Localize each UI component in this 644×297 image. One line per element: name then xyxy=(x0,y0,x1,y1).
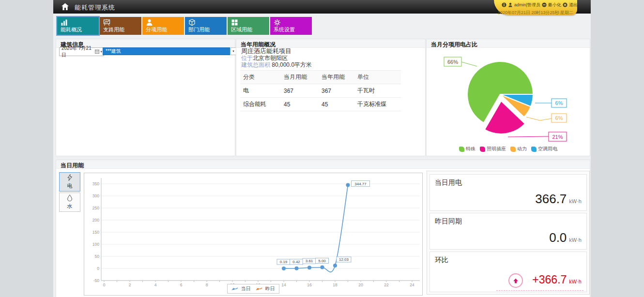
legend-item-today[interactable]: 当日 xyxy=(231,285,251,292)
legend-label: 特殊 xyxy=(466,146,475,152)
cell: 367 xyxy=(281,84,319,98)
building-info-panel: 建筑信息 2020年 7月21日 ▾ ***建筑 ▾ xyxy=(56,39,235,156)
minimize-icon[interactable] xyxy=(542,2,547,8)
minimize-button[interactable]: 最小化 xyxy=(548,2,561,8)
energy-summary-table: 分类 当月用能 当年用能 单位 电 367 367 千瓦时 综合能耗 45 45 xyxy=(240,70,401,111)
stat-label: 当日用电 xyxy=(435,178,462,187)
username-label[interactable]: admin|管理员 xyxy=(514,2,540,8)
toggle-water[interactable]: 水 xyxy=(59,193,80,212)
svg-text:0: 0 xyxy=(103,282,106,287)
home-icon[interactable] xyxy=(61,3,69,11)
date-picker[interactable]: 2020年 7月21日 ▾ xyxy=(59,47,104,56)
svg-text:100: 100 xyxy=(92,242,99,247)
energy-overview-icon xyxy=(61,19,68,26)
year-overview-panel: 当年用能概况 周庄酒店能耗项目 位于北京市朝阳区 建筑总面积 80,000.0平… xyxy=(236,39,426,156)
divider xyxy=(496,290,583,291)
line-series-icon xyxy=(256,286,262,291)
svg-text:66%: 66% xyxy=(447,59,458,65)
building-select-value: ***建筑 xyxy=(106,48,121,55)
table-row: 电 367 367 千瓦时 xyxy=(240,84,401,98)
legend-label: 照明插座 xyxy=(487,146,506,152)
area-value: 80,000.0平方米 xyxy=(272,61,312,68)
stat-card-yesterday: 昨日同期 0.0 kW·h xyxy=(429,213,587,250)
electricity-icon xyxy=(67,174,73,182)
legend-item[interactable]: 动力 xyxy=(510,146,527,152)
legend-label: 昨日 xyxy=(265,285,275,292)
energy-dashboard: 能耗管理系统 admin|管理员 最小化 退出 2020年07月21日 20时1… xyxy=(0,0,644,297)
nav-tile-label: 部门用能 xyxy=(188,26,210,33)
svg-text:150: 150 xyxy=(92,230,99,235)
app-title: 能耗管理系统 xyxy=(75,3,115,12)
svg-text:16: 16 xyxy=(307,282,312,287)
datetime-label: 2020年07月21日 20时13分25秒 星期二 xyxy=(494,10,577,16)
building-select[interactable]: ***建筑 xyxy=(103,47,230,55)
pie-chart-panel: 当月分项用电占比 66%6%6%21% 特殊 照明插座 动力 空调用电 xyxy=(426,39,590,156)
col-header: 当年用能 xyxy=(319,71,354,84)
nav-tile-label: 区域用能 xyxy=(231,26,252,33)
cell: 综合能耗 xyxy=(240,98,281,111)
nav-tile-area-energy[interactable]: 区域用能 xyxy=(228,17,269,35)
col-header: 分类 xyxy=(240,71,281,84)
legend-label: 空调用电 xyxy=(538,146,557,152)
legend-color-chip xyxy=(480,147,485,152)
water-icon xyxy=(67,194,73,202)
legend-color-chip xyxy=(459,147,464,152)
cell: 千克标准煤 xyxy=(354,98,401,111)
svg-text:24: 24 xyxy=(410,282,414,287)
nav-tile-branch-energy[interactable]: 支路用能 xyxy=(100,17,141,35)
svg-text:5.00: 5.00 xyxy=(318,259,326,263)
top-bar: 能耗管理系统 admin|管理员 最小化 退出 2020年07月21日 20时1… xyxy=(53,0,591,14)
stat-value: 366.7 xyxy=(535,192,567,207)
legend-item[interactable]: 照明插座 xyxy=(480,146,506,152)
col-header: 单位 xyxy=(354,71,401,84)
nav-tile-label: 支路用能 xyxy=(103,26,124,33)
logout-button[interactable]: 退出 xyxy=(569,2,578,8)
legend-color-chip xyxy=(510,147,516,152)
cell: 367 xyxy=(319,84,354,98)
svg-text:2: 2 xyxy=(129,282,131,287)
logout-icon[interactable] xyxy=(563,2,567,8)
legend-color-chip xyxy=(531,147,537,152)
svg-text:0.42: 0.42 xyxy=(292,260,300,264)
svg-text:8: 8 xyxy=(206,282,208,287)
cell: 45 xyxy=(319,98,354,111)
stat-unit: kW·h xyxy=(569,198,582,204)
svg-text:18: 18 xyxy=(333,282,337,287)
subitem-energy-icon xyxy=(146,19,153,26)
location-label: 位于 xyxy=(241,55,253,61)
legend-item[interactable]: 空调用电 xyxy=(531,146,557,152)
branch-energy-icon xyxy=(103,19,110,26)
svg-text:344.77: 344.77 xyxy=(354,182,367,186)
stat-unit: kW·h xyxy=(569,279,582,284)
nav-tile-energy-overview[interactable]: 能耗概况 xyxy=(57,17,99,35)
daily-energy-section: 当日用能 电 水 -500501001502002503003500246810… xyxy=(56,160,590,297)
nav-tile-label: 系统设置 xyxy=(274,26,295,33)
svg-text:12.03: 12.03 xyxy=(339,257,349,262)
cell: 电 xyxy=(240,84,281,98)
svg-text:250: 250 xyxy=(92,206,99,210)
svg-text:200: 200 xyxy=(92,218,99,223)
project-area: 建筑总面积 80,000.0平方米 xyxy=(241,61,312,69)
col-header: 当月用能 xyxy=(281,71,319,84)
svg-text:300: 300 xyxy=(92,193,99,198)
svg-text:6%: 6% xyxy=(555,100,563,106)
nav-tile-department-energy[interactable]: 部门用能 xyxy=(185,17,227,35)
legend-item[interactable]: 特殊 xyxy=(459,146,475,152)
area-label: 建筑总面积 xyxy=(241,61,270,68)
svg-text:21%: 21% xyxy=(552,134,563,140)
line-series-icon xyxy=(231,286,238,291)
nav-tile-subitem-energy[interactable]: 分项用能 xyxy=(142,17,184,35)
nav-tile-settings[interactable]: 系统设置 xyxy=(270,17,312,35)
toggle-label: 电 xyxy=(67,182,73,190)
calendar-icon xyxy=(95,49,99,55)
info-icon[interactable] xyxy=(502,2,506,8)
gear-icon xyxy=(274,19,281,26)
area-energy-icon xyxy=(231,19,238,26)
legend-label: 动力 xyxy=(517,146,527,152)
department-energy-icon xyxy=(188,19,196,26)
legend-item-yesterday[interactable]: 昨日 xyxy=(256,285,275,292)
svg-text:22: 22 xyxy=(384,282,389,287)
toggle-electricity[interactable]: 电 xyxy=(59,172,80,192)
section-title: 当日用能 xyxy=(56,160,590,169)
user-icon xyxy=(508,2,513,8)
